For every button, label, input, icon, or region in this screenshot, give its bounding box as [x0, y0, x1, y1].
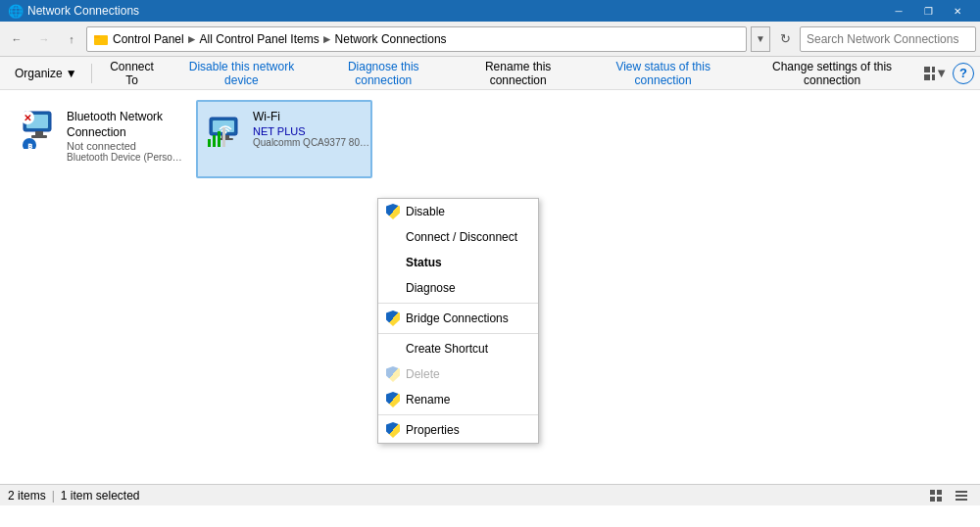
disable-button[interactable]: Disable this network device: [170, 61, 315, 86]
main-content: ✕ ʙ Bluetooth Network Connection Not con…: [0, 90, 980, 505]
rename-button[interactable]: Rename this connection: [453, 61, 583, 86]
svg-rect-20: [213, 135, 216, 147]
svg-rect-24: [937, 490, 942, 495]
bridge-shield-icon: [384, 310, 402, 327]
diagnose-button[interactable]: Diagnose this connection: [316, 61, 451, 86]
title-bar-text: Network Connections: [27, 4, 884, 18]
view-status-label: View status of this connection: [594, 60, 732, 87]
delete-shield-icon: [384, 365, 402, 383]
search-input[interactable]: [800, 26, 976, 52]
toolbar-right: ▼ ?: [923, 61, 974, 86]
selected-count: 1 item selected: [61, 489, 140, 503]
help-button[interactable]: ?: [953, 63, 974, 84]
organize-label: Organize: [15, 67, 63, 80]
wifi-network-ssid: NET PLUS: [253, 125, 370, 137]
bluetooth-icon-container: ✕ ʙ: [20, 110, 59, 152]
connect-to-label: Connect To: [105, 60, 158, 87]
svg-rect-21: [218, 131, 220, 147]
ctx-create-shortcut[interactable]: Create Shortcut: [378, 336, 538, 361]
ctx-separator-1: [378, 303, 538, 304]
svg-text:✕: ✕: [24, 113, 31, 123]
wifi-network-info: Wi-Fi NET PLUS Qualcomm QCA9377 802.11ac…: [253, 110, 370, 148]
view-icon: [924, 67, 935, 80]
bluetooth-network-item[interactable]: ✕ ʙ Bluetooth Network Connection Not con…: [10, 100, 186, 178]
rename-shield-icon: [384, 391, 402, 408]
ctx-properties[interactable]: Properties: [378, 417, 538, 443]
status-separator: |: [52, 489, 55, 503]
change-settings-button[interactable]: Change settings of this connection: [743, 61, 921, 86]
organize-button[interactable]: Organize ▼: [6, 61, 86, 86]
properties-shield-icon: [384, 421, 402, 439]
wifi-icon: [206, 110, 245, 149]
title-bar-buttons: ─ ❐ ✕: [884, 0, 972, 22]
context-menu: Disable Connect / Disconnect Status Diag…: [377, 198, 539, 444]
svg-rect-27: [956, 491, 967, 493]
path-dropdown[interactable]: ▼: [751, 26, 770, 52]
svg-rect-28: [956, 495, 967, 497]
svg-rect-26: [937, 497, 942, 502]
ctx-disable[interactable]: Disable: [378, 199, 538, 224]
connect-to-button[interactable]: Connect To: [96, 61, 167, 86]
svg-rect-19: [208, 139, 211, 147]
address-bar: ← → ↑ Control Panel ► All Control Panel …: [0, 22, 980, 57]
status-bar: 2 items | 1 item selected: [0, 484, 980, 505]
bluetooth-computer-icon: ✕ ʙ: [20, 110, 59, 149]
ctx-diagnose[interactable]: Diagnose: [378, 275, 538, 301]
ctx-separator-2: [378, 333, 538, 334]
title-bar-icon: 🌐: [8, 4, 24, 19]
forward-button[interactable]: →: [31, 26, 57, 52]
change-settings-label: Change settings of this connection: [752, 60, 912, 87]
ctx-delete: Delete: [378, 361, 538, 387]
list-icon: [956, 490, 967, 502]
ctx-bridge-connections[interactable]: Bridge Connections: [378, 306, 538, 331]
path-all-control-panel[interactable]: All Control Panel Items: [200, 32, 319, 46]
up-button[interactable]: ↑: [59, 26, 84, 52]
view-status-button[interactable]: View status of this connection: [585, 61, 741, 86]
svg-rect-9: [31, 135, 47, 138]
refresh-button[interactable]: ↻: [772, 26, 798, 52]
wifi-network-name: Wi-Fi: [253, 110, 370, 125]
status-view-options: [925, 487, 972, 504]
toolbar-separator-1: [91, 64, 92, 83]
view-options-button[interactable]: ▼: [923, 61, 949, 86]
bluetooth-network-info: Bluetooth Network Connection Not connect…: [67, 110, 184, 163]
svg-rect-1: [94, 35, 100, 38]
organize-chevron-icon: ▼: [66, 67, 77, 80]
wifi-network-item[interactable]: Wi-Fi NET PLUS Qualcomm QCA9377 802.11ac…: [196, 100, 372, 178]
svg-rect-2: [924, 67, 930, 72]
folder-icon: [93, 31, 109, 47]
svg-rect-29: [956, 499, 967, 501]
maximize-button[interactable]: ❐: [913, 0, 943, 22]
wifi-icon-container: [206, 110, 245, 152]
bluetooth-network-status: Not connected: [67, 140, 184, 152]
title-bar: 🌐 Network Connections ─ ❐ ✕: [0, 0, 980, 22]
status-view-grid-button[interactable]: [925, 487, 947, 504]
status-view-list-button[interactable]: [951, 487, 972, 504]
svg-rect-22: [222, 127, 225, 147]
svg-rect-8: [35, 131, 43, 135]
path-control-panel[interactable]: Control Panel: [113, 32, 184, 46]
grid-icon: [930, 490, 942, 502]
toolbar: Organize ▼ Connect To Disable this netwo…: [0, 57, 980, 90]
ctx-connect-disconnect[interactable]: Connect / Disconnect: [378, 224, 538, 250]
close-button[interactable]: ✕: [943, 0, 972, 22]
address-path: Control Panel ► All Control Panel Items …: [86, 26, 747, 52]
svg-rect-4: [924, 74, 930, 80]
view-chevron-icon: ▼: [935, 66, 948, 80]
svg-rect-23: [930, 490, 935, 495]
back-button[interactable]: ←: [4, 26, 29, 52]
items-count: 2 items: [8, 489, 46, 503]
ctx-status[interactable]: Status: [378, 250, 538, 275]
disable-label: Disable this network device: [178, 60, 306, 87]
diagnose-label: Diagnose this connection: [324, 60, 442, 87]
ctx-separator-3: [378, 414, 538, 415]
rename-label: Rename this connection: [462, 60, 574, 87]
wifi-network-desc: Qualcomm QCA9377 802.11ac W...: [253, 137, 370, 148]
bluetooth-network-name: Bluetooth Network Connection: [67, 110, 184, 140]
ctx-rename[interactable]: Rename: [378, 387, 538, 412]
minimize-button[interactable]: ─: [884, 0, 913, 22]
bluetooth-network-desc: Bluetooth Device (Personal Area ...: [67, 152, 184, 163]
svg-rect-25: [930, 497, 935, 502]
path-network-connections[interactable]: Network Connections: [335, 32, 447, 46]
disable-shield-icon: [384, 203, 402, 220]
